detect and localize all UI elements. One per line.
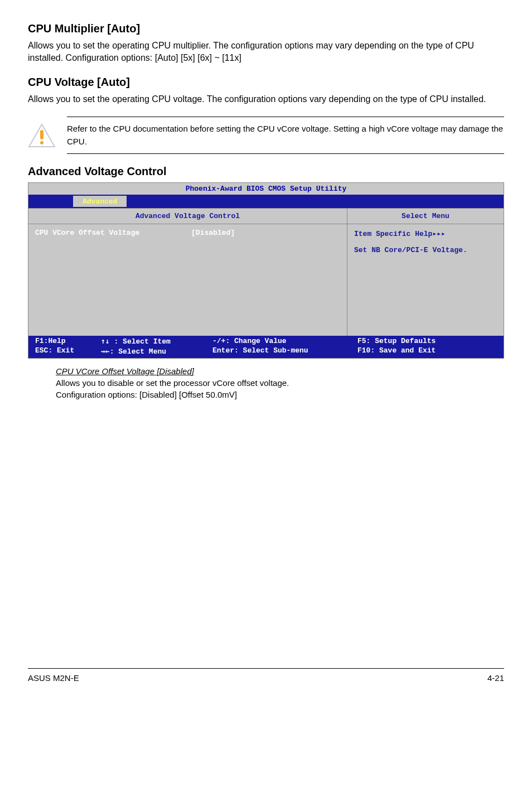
- bios-row-label: CPU VCore Offset Voltage: [35, 229, 191, 237]
- body-text-cpu-voltage: Allows you to set the operating CPU volt…: [28, 93, 504, 105]
- bios-key-change-value: -/+: Change Value: [212, 337, 357, 346]
- bios-help-label: Item Specific Help▸▸▸: [354, 229, 497, 240]
- sub-item-heading: CPU VCore Offset Voltage [Disabled]: [28, 366, 504, 376]
- warning-icon: [28, 123, 56, 148]
- page-footer: ASUS M2N-E 4-21: [28, 668, 504, 683]
- bios-section-header: Advanced Voltage Control: [28, 208, 347, 224]
- left-right-arrow-icon: →←: [101, 347, 110, 355]
- right-arrows-icon: ▸▸▸: [432, 230, 445, 238]
- bios-key-select-item: ↑↓ : Select Item: [101, 337, 212, 347]
- bios-key-esc: ESC: Exit: [35, 346, 101, 356]
- bios-help-text: Set NB Core/PCI-E Voltage.: [354, 245, 497, 257]
- bios-tab-advanced: Advanced: [73, 196, 127, 207]
- bios-key-select-submenu: Enter: Select Sub-menu: [212, 346, 357, 356]
- up-down-arrow-icon: ↑↓: [101, 337, 114, 345]
- bios-key-f5: F5: Setup Defaults: [357, 337, 504, 346]
- bios-title: Phoenix-Award BIOS CMOS Setup Utility: [28, 183, 504, 195]
- bios-key-f1: F1:Help: [35, 337, 101, 346]
- bios-key-select-menu: →←: Select Menu: [101, 347, 212, 357]
- bios-key-f10: F10: Save and Exit: [357, 346, 504, 356]
- svg-rect-1: [40, 130, 43, 139]
- footer-page-number: 4-21: [487, 673, 504, 683]
- caution-callout: Refer to the CPU documentation before se…: [28, 117, 504, 154]
- bios-window: Phoenix-Award BIOS CMOS Setup Utility Ad…: [28, 182, 504, 359]
- bios-footer: F1:Help ESC: Exit ↑↓ : Select Item →←: S…: [28, 336, 504, 358]
- section-heading-cpu-multiplier: CPU Multiplier [Auto]: [28, 22, 504, 35]
- sub-item-line2: Configuration options: [Disabled] [Offse…: [28, 389, 504, 400]
- bios-main-panel: Advanced Voltage Control CPU VCore Offse…: [28, 208, 347, 336]
- section-heading-advanced-voltage: Advanced Voltage Control: [28, 165, 504, 178]
- caution-text: Refer to the CPU documentation before se…: [67, 117, 504, 154]
- body-text-cpu-multiplier: Allows you to set the operating CPU mult…: [28, 40, 504, 65]
- bios-row-value: [Disabled]: [191, 229, 235, 237]
- svg-point-2: [40, 141, 43, 144]
- section-heading-cpu-voltage: CPU Voltage [Auto]: [28, 76, 504, 89]
- sub-item-line1: Allows you to disable or set the process…: [28, 377, 504, 389]
- bios-menubar: Advanced: [28, 195, 504, 208]
- bios-side-panel: Select Menu Item Specific Help▸▸▸ Set NB…: [347, 208, 504, 336]
- bios-side-header: Select Menu: [347, 208, 504, 224]
- footer-product: ASUS M2N-E: [28, 673, 79, 683]
